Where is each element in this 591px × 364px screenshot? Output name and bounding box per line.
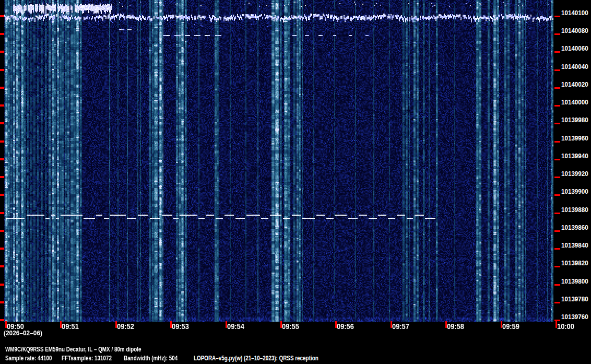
- freq-tick-label: 10139780: [561, 295, 588, 303]
- sample-rate-label: Sample rate: 44100: [5, 355, 52, 362]
- freq-tick-label: 10140100: [561, 9, 588, 17]
- freq-tick-right: [554, 177, 560, 178]
- freq-tick-label: 10139820: [561, 259, 588, 267]
- freq-tick-label: 10140060: [561, 44, 588, 53]
- bandwidth-label: Bandwidth (mHz): 504: [124, 355, 178, 362]
- station-info-line: WM9C/KQ9RSS EM59nu Decatur, IL – QMX / 8…: [5, 346, 141, 353]
- freq-tick-label: 10139880: [561, 206, 588, 214]
- freq-tick-right: [554, 33, 560, 35]
- time-tick-label: 09:57: [392, 322, 409, 331]
- freq-tick-left: [0, 176, 4, 178]
- freq-tick-left: [0, 319, 4, 321]
- freq-tick-left: [0, 301, 4, 303]
- time-tick-label: 09:51: [62, 322, 79, 331]
- freq-tick-label: 10139760: [561, 313, 588, 321]
- freq-tick-right: [554, 141, 560, 143]
- time-tick-label: 10:00: [557, 322, 574, 331]
- freq-tick-right: [554, 230, 560, 232]
- time-tick-label: 09:55: [282, 322, 299, 331]
- date-label: (2026–02–06): [4, 329, 42, 337]
- freq-tick-left: [0, 87, 4, 89]
- freq-tick-right: [554, 87, 560, 89]
- fft-samples-label: FFTsamples: 131072: [62, 355, 112, 362]
- freq-tick-left: [0, 15, 4, 17]
- freq-tick-right: [554, 248, 560, 250]
- freq-tick-label: 10139960: [561, 134, 588, 143]
- freq-tick-right: [554, 213, 560, 214]
- freq-tick-left: [0, 284, 4, 286]
- freq-tick-left: [0, 104, 4, 107]
- freq-tick-right: [554, 302, 560, 303]
- spectrogram-waterfall: [4, 0, 554, 322]
- freq-tick-label: 10139980: [561, 116, 588, 124]
- freq-tick-label: 10140040: [561, 63, 588, 71]
- freq-tick-label: 10139900: [561, 187, 588, 196]
- freq-tick-label: 10139940: [561, 152, 588, 160]
- freq-tick-right: [554, 51, 560, 53]
- freq-tick-left: [0, 33, 4, 35]
- freq-tick-left: [0, 194, 4, 196]
- freq-tick-label: 10139840: [561, 241, 588, 250]
- freq-tick-right: [554, 159, 560, 160]
- freq-tick-left: [0, 158, 4, 160]
- freq-tick-left: [0, 248, 4, 250]
- freq-tick-left: [0, 230, 4, 232]
- freq-tick-label: 10140000: [561, 98, 588, 107]
- freq-tick-right: [554, 194, 560, 196]
- freq-tick-right: [554, 284, 560, 286]
- time-tick-label: 09:58: [447, 322, 464, 331]
- freq-tick-right: [554, 69, 560, 71]
- time-tick-label: 09:59: [502, 322, 519, 331]
- freq-tick-label: 10139800: [561, 277, 588, 286]
- freq-tick-left: [0, 69, 4, 71]
- freq-tick-left: [0, 265, 4, 267]
- freq-tick-label: 10140080: [561, 27, 588, 35]
- freq-tick-left: [0, 122, 4, 124]
- freq-tick-label: 10140020: [561, 80, 588, 89]
- freq-tick-label: 10139860: [561, 224, 588, 232]
- freq-tick-left: [0, 212, 4, 214]
- parameters-line: Sample rate: 44100 FFTsamples: 131072 Ba…: [0, 355, 591, 362]
- time-tick-label: 09:54: [227, 322, 244, 331]
- freq-tick-left: [0, 51, 4, 53]
- freq-tick-right: [554, 123, 560, 124]
- freq-tick-left: [0, 140, 4, 143]
- qrss-grabber-view: 1014010010140080101400601014004010140020…: [0, 0, 591, 364]
- time-tick-label: 09:52: [117, 322, 134, 331]
- freq-tick-right: [554, 16, 560, 17]
- freq-tick-right: [554, 105, 560, 107]
- freq-tick-right: [554, 266, 560, 267]
- freq-tick-label: 10139920: [561, 170, 588, 178]
- time-tick-label: 09:53: [172, 322, 189, 331]
- software-label: LOPORA–v5g.py(w) (21–10–2023): QRSS rece…: [194, 355, 318, 362]
- time-tick-label: 09:56: [337, 322, 354, 331]
